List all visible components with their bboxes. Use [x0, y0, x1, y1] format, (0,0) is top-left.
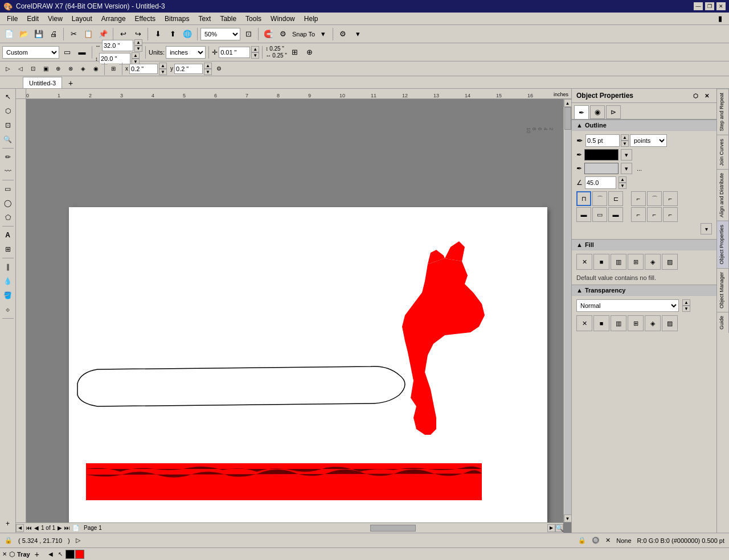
- t3-btn3[interactable]: ⊡: [27, 63, 39, 75]
- text-tool-btn[interactable]: A: [1, 228, 15, 242]
- node-tool-btn[interactable]: ⬡: [1, 104, 15, 118]
- portrait-btn[interactable]: ▭: [60, 46, 74, 59]
- side-panel-obj-properties[interactable]: Object Properties: [717, 221, 729, 268]
- vscroll-track[interactable]: [564, 107, 571, 514]
- t3-btn9[interactable]: ⊞: [108, 63, 119, 75]
- fill-radial-btn[interactable]: ⊞: [628, 254, 644, 270]
- table-tool-btn[interactable]: ⊞: [1, 242, 15, 256]
- fill-linear-btn[interactable]: ▥: [611, 254, 626, 270]
- vscroll-down-btn[interactable]: ▼: [564, 514, 572, 522]
- outline-btn-a[interactable]: ▬: [576, 207, 591, 222]
- height-up-btn[interactable]: ▲: [132, 52, 140, 59]
- print-btn[interactable]: 🖨: [47, 27, 60, 41]
- menu-window[interactable]: Window: [266, 14, 300, 24]
- outline-btn-c[interactable]: ▬: [608, 207, 623, 222]
- linejoin-round-btn[interactable]: ⌒: [647, 191, 662, 206]
- linecap-butt-btn[interactable]: ⊓: [576, 191, 591, 206]
- outline-btn-e[interactable]: ⌐: [647, 207, 662, 222]
- angle-up-btn[interactable]: ▲: [619, 176, 626, 183]
- canvas-scroll-area[interactable]: 2 4 6 8 10: [26, 99, 563, 522]
- trans-pattern-btn[interactable]: ◈: [645, 315, 661, 331]
- hscroll-thumb[interactable]: [370, 525, 416, 532]
- outline-style-btn[interactable]: ▾: [621, 163, 632, 174]
- paste-btn[interactable]: 📌: [96, 27, 110, 41]
- fill-none-btn[interactable]: ✕: [576, 254, 592, 270]
- polygon-tool-btn[interactable]: ⬠: [1, 211, 15, 224]
- outline-expand-btn[interactable]: ▾: [701, 223, 712, 234]
- menu-file[interactable]: File: [2, 14, 22, 24]
- transparency-section-header[interactable]: ▲ Transparency: [572, 285, 716, 296]
- minimize-btn[interactable]: —: [694, 2, 703, 10]
- parallel-tool-btn[interactable]: ∥: [1, 260, 15, 274]
- fill-texture-btn[interactable]: ▨: [662, 254, 678, 270]
- restore-btn[interactable]: ❐: [705, 2, 714, 10]
- t3-y-input[interactable]: 0.2 ": [174, 64, 203, 74]
- hscroll-left-btn[interactable]: ◀: [16, 524, 24, 532]
- page-nav-next[interactable]: ▶: [58, 525, 62, 531]
- t3-btn2[interactable]: ◁: [15, 63, 26, 75]
- tray-color-black[interactable]: [65, 550, 75, 559]
- hscroll[interactable]: ◀ ⏮ ◀ 1 of 1 ▶ ⏭ 📄 Page 1 ▶ 🔍: [16, 522, 563, 533]
- zoom-out-btn[interactable]: 🔍: [555, 524, 563, 532]
- add-tool-btn[interactable]: +: [1, 517, 15, 530]
- fill-pattern-btn[interactable]: ◈: [645, 254, 661, 270]
- grid-settings-btn[interactable]: ⊞: [288, 46, 302, 59]
- smart-draw-btn[interactable]: 〰: [1, 164, 15, 178]
- menu-layout[interactable]: Layout: [67, 14, 97, 24]
- t3-btn4[interactable]: ▣: [40, 63, 51, 75]
- t3-settings-btn[interactable]: ⚙: [213, 63, 224, 75]
- tab-untitled3[interactable]: Untitled-3: [23, 77, 62, 88]
- outline-btn-d[interactable]: ⌐: [631, 207, 646, 222]
- side-panel-obj-manager[interactable]: Object Manager: [717, 268, 729, 312]
- crop-tool-btn[interactable]: ⊡: [1, 118, 15, 132]
- panel-float-btn[interactable]: ⬡: [690, 91, 701, 100]
- linejoin-bevel-btn[interactable]: ⌐: [663, 191, 678, 206]
- page-nav-last[interactable]: ⏭: [64, 525, 70, 531]
- open-btn[interactable]: 📂: [17, 27, 31, 41]
- menu-bitmaps[interactable]: Bitmaps: [160, 14, 194, 24]
- side-panel-align[interactable]: Align and Distribute: [717, 169, 729, 221]
- outline-style-swatch[interactable]: [584, 163, 619, 174]
- vscroll-thumb[interactable]: [564, 107, 571, 130]
- options-btn[interactable]: ⚙: [336, 27, 350, 41]
- linejoin-miter-btn[interactable]: ⌐: [631, 191, 646, 206]
- trans-linear-btn[interactable]: ▥: [611, 315, 626, 331]
- cut-btn[interactable]: ✂: [67, 27, 80, 41]
- fill-solid-btn[interactable]: ■: [593, 254, 609, 270]
- page-nav-first[interactable]: ⏮: [26, 525, 32, 531]
- page-nav-prev[interactable]: ◀: [34, 525, 39, 531]
- add-page-btn[interactable]: ⊕: [303, 46, 317, 59]
- panel-tab-fill[interactable]: ◉: [590, 105, 605, 119]
- width-down-btn[interactable]: ▼: [134, 46, 142, 52]
- t3-btn5[interactable]: ⊕: [52, 63, 64, 75]
- freehand-tool-btn[interactable]: ✏: [1, 150, 15, 164]
- tray-color-red[interactable]: [75, 550, 84, 559]
- menu-tools[interactable]: Tools: [241, 14, 266, 24]
- outline-color-swatch[interactable]: [584, 149, 619, 160]
- export-btn[interactable]: ⬆: [166, 27, 179, 41]
- eyedropper-tool-btn[interactable]: 💧: [1, 274, 15, 288]
- menu-table[interactable]: Table: [215, 14, 241, 24]
- angle-down-btn[interactable]: ▼: [619, 183, 626, 189]
- outline-more-btn[interactable]: ...: [637, 165, 642, 172]
- tray-select-btn[interactable]: ↖: [56, 550, 65, 559]
- linecap-square-btn[interactable]: ⊏: [608, 191, 623, 206]
- t3-btn8[interactable]: ◉: [90, 63, 101, 75]
- import-btn[interactable]: ⬇: [151, 27, 165, 41]
- vscroll-up-btn[interactable]: ▲: [564, 99, 572, 107]
- t3-x-input[interactable]: 0.2 ": [129, 64, 158, 74]
- publish-btn[interactable]: 🌐: [181, 27, 194, 41]
- side-panel-guide[interactable]: Guide: [717, 312, 729, 333]
- outline-angle-input[interactable]: [585, 176, 616, 189]
- width-input[interactable]: 32.0 ": [102, 40, 133, 51]
- nudge-up-btn[interactable]: ▲: [251, 46, 259, 52]
- outline-btn-b[interactable]: ▭: [592, 207, 607, 222]
- outline-btn-f[interactable]: ⌐: [663, 207, 678, 222]
- interactive-tool-btn[interactable]: ⟐: [1, 303, 15, 316]
- snap-magnet-btn[interactable]: 🧲: [261, 27, 275, 41]
- select-tool-btn[interactable]: ↖: [1, 90, 15, 104]
- tab-add-btn[interactable]: +: [65, 78, 76, 88]
- redo-btn[interactable]: ↪: [131, 27, 145, 41]
- menu-text[interactable]: Text: [194, 14, 215, 24]
- outline-width-input[interactable]: [585, 134, 620, 147]
